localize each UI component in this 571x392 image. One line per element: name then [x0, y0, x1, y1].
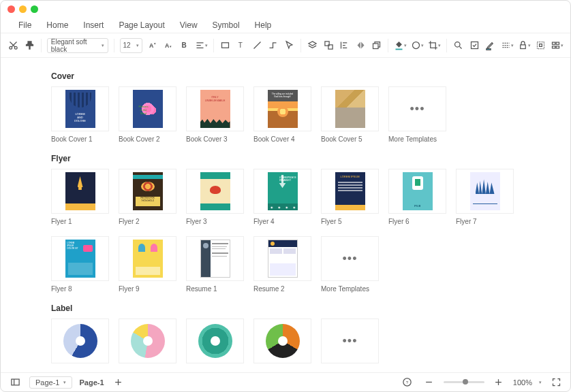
template-flyer-2[interactable]: PROTEIN FORTHONGHOLD	[119, 169, 176, 214]
group-icon[interactable]	[322, 38, 335, 53]
minimize-window-button[interactable]	[19, 5, 27, 13]
template-caption: Book Cover 2	[119, 135, 176, 143]
page-tab-select[interactable]: Page-1▾	[29, 376, 72, 389]
font-size-select[interactable]: 12▾	[120, 38, 143, 53]
template-caption: Resume 1	[186, 285, 244, 293]
select-all-icon[interactable]	[535, 38, 547, 53]
highlighter-icon[interactable]	[484, 38, 497, 53]
template-flyer-8[interactable]: LOREMIPSUMDOLOR SIT	[51, 236, 109, 281]
menu-home[interactable]: Home	[46, 20, 68, 30]
more-templates-cover[interactable]: •••	[388, 86, 446, 131]
svg-point-13	[413, 42, 420, 49]
line-style-icon[interactable]: ▾	[501, 38, 514, 53]
template-caption: Book Cover 4	[253, 135, 311, 143]
template-label-3[interactable]	[186, 318, 244, 363]
template-flyer-6[interactable]: IPSUM	[388, 169, 446, 214]
zoom-slider[interactable]	[444, 381, 484, 383]
svg-text:▾: ▾	[170, 44, 172, 48]
shape-style-icon[interactable]: ▾	[411, 38, 424, 53]
template-label-1[interactable]	[51, 318, 109, 363]
flip-icon[interactable]	[354, 38, 367, 53]
spellcheck-icon[interactable]	[469, 38, 481, 53]
ellipsis-icon: •••	[410, 102, 425, 116]
menu-insert[interactable]: Insert	[83, 20, 104, 30]
chevron-down-icon: ▾	[136, 43, 139, 48]
template-flyer-1[interactable]	[51, 169, 109, 214]
add-page-button[interactable]	[111, 375, 126, 390]
zoom-in-button[interactable]	[491, 375, 506, 390]
close-window-button[interactable]	[7, 5, 15, 13]
menu-file[interactable]: File	[18, 20, 31, 30]
svg-text:B: B	[181, 42, 186, 49]
menu-symbol[interactable]: Symbol	[213, 20, 240, 30]
svg-text:T: T	[238, 42, 243, 49]
more-templates-label[interactable]: •••	[321, 318, 379, 363]
zoom-slider-thumb[interactable]	[463, 379, 468, 385]
svg-rect-22	[553, 46, 555, 48]
size-icon[interactable]	[371, 38, 383, 53]
template-book-cover-5[interactable]	[321, 86, 379, 131]
page-layout-icon[interactable]	[7, 375, 22, 390]
template-caption: More Templates	[388, 135, 446, 143]
svg-rect-20	[553, 42, 555, 44]
template-book-cover-3[interactable]: ONLYUNBELIEVABLE	[186, 86, 244, 131]
svg-rect-12	[396, 49, 403, 50]
template-book-cover-2[interactable]: Flowersin theWind	[119, 86, 176, 131]
template-caption: Book Cover 1	[51, 135, 109, 143]
template-label-4[interactable]	[253, 318, 311, 363]
more-templates-flyer[interactable]: •••	[321, 236, 379, 281]
help-icon[interactable]: ?	[400, 375, 415, 390]
template-caption: Flyer 2	[119, 218, 176, 225]
layers-icon[interactable]	[307, 38, 319, 53]
template-label-2[interactable]	[119, 318, 176, 363]
menu-view[interactable]: View	[180, 20, 198, 30]
menu-page-layout[interactable]: Page Layout	[119, 20, 164, 30]
template-caption: Flyer 1	[51, 218, 109, 225]
template-caption: Resume 2	[253, 285, 311, 293]
align-objects-icon[interactable]	[339, 38, 351, 53]
maximize-window-button[interactable]	[31, 5, 38, 13]
lock-icon[interactable]: ▾	[518, 38, 531, 53]
font-family-select[interactable]: Elegant soft black▾	[47, 38, 108, 53]
ellipsis-icon: •••	[343, 334, 358, 348]
template-resume-1[interactable]	[186, 236, 244, 281]
search-icon[interactable]	[452, 38, 465, 53]
menu-help[interactable]: Help	[255, 20, 272, 30]
template-flyer-7[interactable]	[456, 169, 514, 214]
zoom-value: 100%	[513, 378, 532, 387]
template-book-cover-4[interactable]: The willing are includedGod lives throug…	[253, 86, 311, 131]
pointer-tool-icon[interactable]	[283, 38, 296, 53]
svg-rect-16	[487, 49, 491, 50]
fill-color-icon[interactable]: ▾	[394, 38, 407, 53]
align-icon[interactable]: ▾	[195, 38, 208, 53]
svg-text:?: ?	[406, 380, 409, 385]
window-titlebar	[1, 1, 570, 17]
template-book-cover-1[interactable]: LOREMANDDOLORE	[51, 86, 109, 131]
settings-icon[interactable]: ▾	[551, 38, 564, 53]
zoom-out-button[interactable]	[422, 375, 437, 390]
format-painter-icon[interactable]	[24, 38, 36, 53]
decrease-font-icon[interactable]: A▾	[163, 38, 175, 53]
line-tool-icon[interactable]	[251, 38, 264, 53]
svg-rect-21	[556, 42, 559, 44]
template-flyer-4[interactable]: LOREM IPSUM ISDREAMLIST◉◉◉◉	[253, 169, 311, 214]
template-flyer-3[interactable]	[186, 169, 244, 214]
font-family-value: Elegant soft black	[51, 38, 102, 53]
crop-icon[interactable]: ▾	[428, 38, 441, 53]
connector-tool-icon[interactable]	[267, 38, 279, 53]
page-tab-label: Page-1	[35, 378, 59, 387]
template-flyer-5[interactable]: LOREM IPSUM	[321, 169, 379, 214]
template-caption: Flyer 5	[321, 218, 379, 225]
template-resume-2[interactable]	[253, 236, 311, 281]
bold-icon[interactable]: B	[179, 38, 191, 53]
svg-text:A: A	[165, 42, 170, 49]
fullscreen-icon[interactable]	[549, 375, 564, 390]
template-caption: Flyer 8	[51, 285, 109, 293]
chevron-down-icon: ▾	[102, 43, 104, 48]
increase-font-icon[interactable]: A▴	[146, 38, 159, 53]
svg-text:▴: ▴	[153, 41, 155, 45]
cut-icon[interactable]	[7, 38, 20, 53]
template-flyer-9[interactable]	[119, 236, 176, 281]
rectangle-tool-icon[interactable]	[219, 38, 232, 53]
text-tool-icon[interactable]: T	[235, 38, 247, 53]
